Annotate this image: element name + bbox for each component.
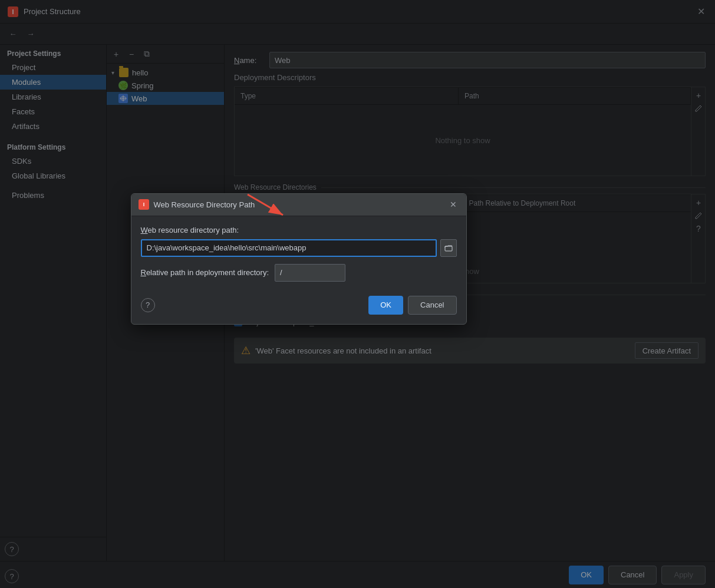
dialog-path-input[interactable]	[141, 239, 437, 257]
main-window: I Project Structure ✕ ← → Project Settin…	[0, 0, 715, 588]
svg-text:I: I	[143, 201, 144, 207]
dialog-input-row	[141, 239, 457, 257]
relative-path-input[interactable]	[275, 264, 345, 282]
dialog-overlay: I Web Resource Directory Path ✕ Web reso…	[0, 0, 715, 588]
relative-path-label: Relative path in deployment directory:	[141, 268, 269, 277]
dialog-buttons: ? OK Cancel	[131, 291, 466, 324]
dialog-buttons-right: OK Cancel	[368, 296, 456, 315]
dialog-cancel-button[interactable]: Cancel	[408, 296, 456, 315]
dialog-content: Web resource directory path: Relative pa…	[131, 216, 466, 282]
dialog-close-button[interactable]: ✕	[447, 199, 459, 210]
dialog-browse-button[interactable]	[440, 239, 457, 257]
dialog-help-button[interactable]: ?	[141, 298, 155, 312]
dialog-title-bar: I Web Resource Directory Path ✕	[131, 194, 466, 216]
svg-rect-8	[445, 246, 452, 251]
dialog-title: Web Resource Directory Path	[154, 200, 447, 209]
relative-path-row: Relative path in deployment directory:	[141, 264, 457, 282]
web-resource-dialog: I Web Resource Directory Path ✕ Web reso…	[131, 193, 467, 325]
dialog-path-label: Web resource directory path:	[141, 226, 457, 234]
dialog-app-icon: I	[139, 199, 149, 210]
dialog-ok-button[interactable]: OK	[368, 296, 403, 315]
